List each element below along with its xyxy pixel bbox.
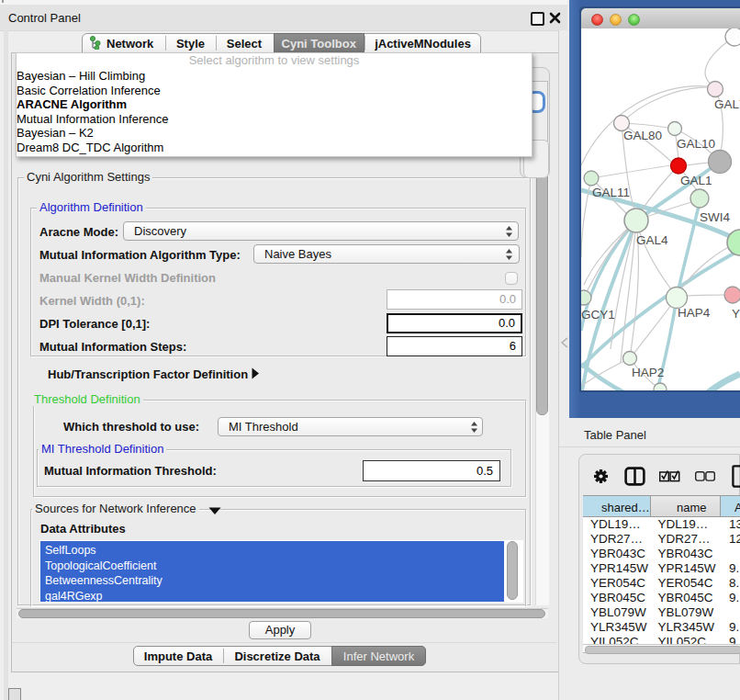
svg-text:GAL10: GAL10 [677,137,715,151]
svg-text:Y: Y [732,307,740,321]
svg-text:GAL1: GAL1 [680,174,712,187]
svg-text:GAL11: GAL11 [592,186,630,199]
svg-text:GCY1: GCY1 [581,308,615,322]
svg-text:HAP2: HAP2 [632,366,664,379]
svg-text:HAP4: HAP4 [678,306,711,320]
svg-text:GAL7: GAL7 [714,97,740,111]
svg-text:GAL4: GAL4 [636,233,668,247]
svg-text:GAL80: GAL80 [623,129,662,142]
svg-text:SWI4: SWI4 [700,210,730,224]
